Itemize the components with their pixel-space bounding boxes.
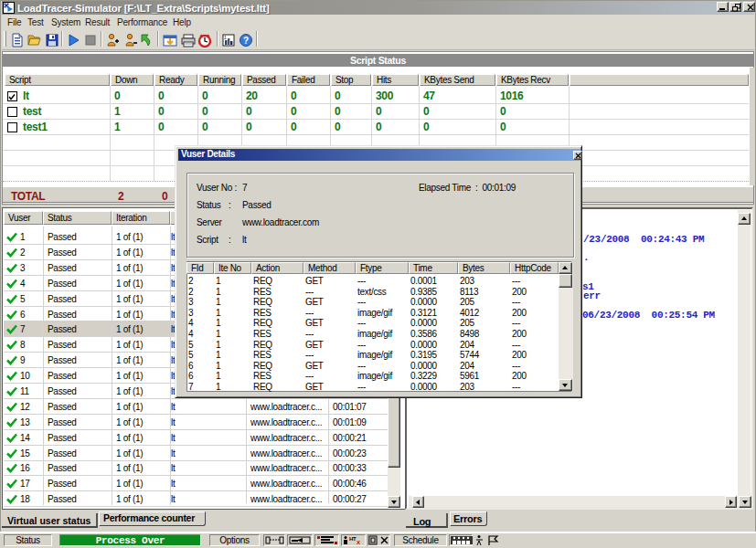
svg-text:HT: HT — [349, 536, 357, 542]
svg-text:X: X — [357, 540, 360, 545]
svg-text:?: ? — [243, 36, 249, 46]
